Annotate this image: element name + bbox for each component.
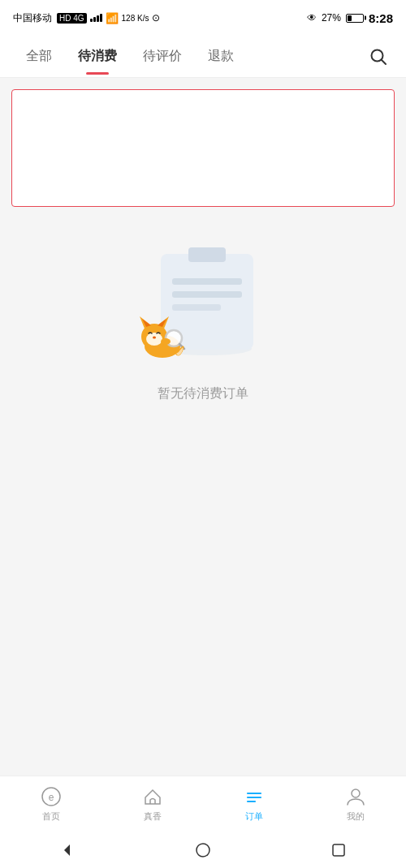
nav-item-orders[interactable]: 订单 bbox=[203, 786, 304, 823]
svg-text:e: e bbox=[48, 792, 54, 803]
tab-review[interactable]: 待评价 bbox=[130, 37, 195, 76]
svg-rect-7 bbox=[172, 304, 221, 311]
svg-rect-6 bbox=[172, 291, 242, 298]
tabs-container: 全部 待消费 待评价 退款 bbox=[13, 37, 247, 76]
svg-line-1 bbox=[382, 59, 387, 64]
speed-info: 128 K/s bbox=[122, 14, 149, 23]
nav-label-mine: 我的 bbox=[347, 810, 365, 823]
wifi-icon: 📶 bbox=[106, 12, 119, 24]
tab-all[interactable]: 全部 bbox=[13, 37, 65, 76]
nav-label-orders: 订单 bbox=[245, 810, 263, 823]
carrier-name: 中国移动 bbox=[13, 11, 52, 25]
status-bar: 中国移动 HD 4G 📶 128 K/s ⊙ 👁 27% 8:28 bbox=[0, 0, 406, 36]
clock: 8:28 bbox=[369, 11, 393, 25]
system-nav bbox=[0, 832, 406, 868]
search-icon bbox=[369, 48, 387, 66]
carrier-info: 中国移动 HD 4G 📶 128 K/s ⊙ bbox=[13, 11, 160, 25]
mine-icon bbox=[345, 786, 366, 807]
zhenxiang-icon bbox=[142, 786, 163, 807]
bottom-nav: e 首页 真香 订单 我的 bbox=[0, 776, 406, 832]
back-button[interactable] bbox=[58, 840, 77, 860]
svg-point-26 bbox=[197, 844, 209, 857]
content-spacer bbox=[0, 589, 406, 776]
extra-icon: ⊙ bbox=[152, 12, 160, 24]
battery-percent: 27% bbox=[322, 12, 341, 24]
svg-point-18 bbox=[161, 338, 171, 345]
nav-item-zhenxiang[interactable]: 真香 bbox=[102, 786, 203, 823]
status-right: 👁 27% 8:28 bbox=[307, 11, 393, 25]
tab-refund[interactable]: 退款 bbox=[195, 37, 247, 76]
network-type: HD 4G bbox=[57, 13, 87, 24]
svg-marker-25 bbox=[64, 844, 70, 856]
nav-label-home: 首页 bbox=[42, 810, 60, 823]
svg-point-24 bbox=[352, 789, 360, 797]
empty-message: 暂无待消费订单 bbox=[158, 385, 248, 402]
empty-state: 暂无待消费订单 bbox=[0, 215, 406, 589]
eye-icon: 👁 bbox=[307, 12, 317, 24]
fox-character bbox=[130, 312, 195, 361]
promo-box[interactable] bbox=[11, 89, 395, 207]
svg-rect-5 bbox=[172, 278, 242, 285]
home-icon: e bbox=[41, 786, 62, 807]
home-button[interactable] bbox=[193, 840, 213, 860]
tab-bar: 全部 待消费 待评价 退款 bbox=[0, 36, 406, 78]
svg-rect-4 bbox=[188, 247, 226, 262]
nav-label-zhenxiang: 真香 bbox=[144, 810, 162, 823]
nav-item-home[interactable]: e 首页 bbox=[0, 786, 102, 823]
svg-point-15 bbox=[153, 337, 156, 339]
tab-pending[interactable]: 待消费 bbox=[65, 37, 130, 76]
svg-point-14 bbox=[146, 333, 162, 346]
recents-button[interactable] bbox=[329, 840, 348, 860]
search-button[interactable] bbox=[364, 42, 393, 71]
nav-item-mine[interactable]: 我的 bbox=[304, 786, 406, 823]
svg-rect-27 bbox=[333, 844, 344, 856]
signal-icon bbox=[90, 14, 102, 22]
battery-icon bbox=[346, 14, 364, 23]
empty-illustration bbox=[130, 239, 276, 369]
orders-icon bbox=[244, 786, 265, 807]
